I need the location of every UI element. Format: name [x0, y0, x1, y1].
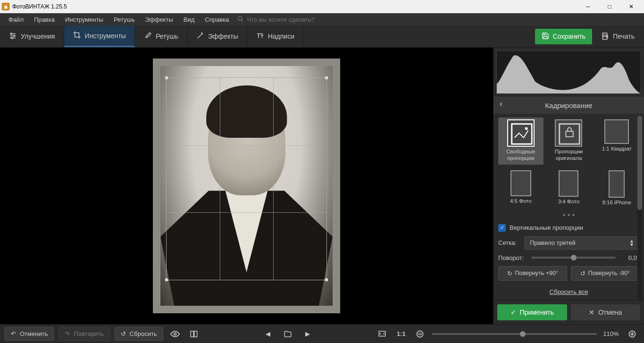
sliders-icon [8, 32, 17, 42]
svg-rect-14 [191, 331, 193, 337]
grid-label: Сетка: [498, 239, 521, 246]
maximize-button[interactable]: □ [599, 0, 620, 13]
tab-tools[interactable]: Инструменты [64, 25, 135, 47]
apply-label: Применить [520, 309, 554, 316]
undo-label: Отменить [20, 330, 48, 337]
tab-retouch[interactable]: Ретушь [135, 25, 187, 47]
rotate-plus90-button[interactable]: ↻ Повернуть +90° [498, 266, 567, 281]
tab-text-label: Надписи [268, 33, 294, 40]
panel-title: Кадрирование [545, 101, 592, 109]
preset-free-label: Свободные пропорции [499, 149, 543, 162]
vertical-proportions-label: Вертикальные пропорции [510, 224, 583, 231]
preset-1-1[interactable]: 1:1 Квадрат [594, 117, 639, 165]
rotate-cw-icon: ↻ [507, 270, 512, 277]
open-folder-button[interactable] [281, 327, 295, 341]
preset-4-5[interactable]: 4:5 Фото [498, 168, 544, 208]
redo-button[interactable]: ↷ Повторить [59, 327, 109, 341]
preset-9-16[interactable]: 9:16 iPhone [594, 168, 639, 208]
chevron-updown-icon: ▲▼ [629, 239, 634, 247]
search-input[interactable] [247, 16, 341, 23]
menu-file[interactable]: Файл [4, 15, 28, 24]
preset-3-4-thumb [559, 170, 578, 197]
save-icon [542, 32, 549, 41]
print-button[interactable]: Печать [597, 28, 638, 45]
wand-icon [196, 32, 204, 42]
menu-retouch[interactable]: Ретушь [109, 15, 140, 24]
preset-free[interactable]: Свободные пропорции [498, 117, 544, 165]
preset-3-4[interactable]: 3:4 Фото [546, 168, 592, 208]
grid-select[interactable]: Правило третей ▲▼ [525, 236, 639, 250]
window-title: ФотоВИНТАЖ 1.25.5 [12, 3, 577, 10]
tab-effects[interactable]: Эффекты [187, 25, 247, 47]
menu-view[interactable]: Вид [179, 15, 200, 24]
preset-1-1-label: 1:1 Квадрат [602, 146, 632, 152]
check-icon: ✓ [510, 309, 516, 316]
one-to-one-button[interactable]: 1:1 [394, 327, 408, 341]
canvas-area[interactable] [0, 48, 493, 324]
reset-label: Сбросить [130, 330, 157, 337]
cancel-label: Отмена [598, 309, 622, 316]
search-icon [237, 16, 244, 24]
save-button[interactable]: Сохранить [535, 29, 593, 44]
eye-show-original-button[interactable] [168, 327, 182, 341]
grid-select-value: Правило третей [530, 239, 576, 246]
svg-rect-9 [512, 124, 532, 144]
preset-free-thumb [507, 119, 535, 147]
reset-icon: ↺ [121, 330, 126, 337]
vertical-proportions-checkbox[interactable]: ✓ [498, 224, 506, 232]
undo-button[interactable]: ↶ Отменить [5, 327, 54, 341]
app-icon: ◉ [2, 3, 9, 10]
apply-button[interactable]: ✓ Применить [497, 304, 567, 320]
rotate-ccw-icon: ↺ [580, 270, 585, 277]
close-button[interactable]: ✕ [620, 0, 642, 13]
preset-original[interactable]: Пропорции оригинала [546, 117, 592, 165]
zoom-slider[interactable] [432, 333, 597, 335]
photo-frame [153, 59, 340, 313]
tab-effects-label: Эффекты [208, 33, 238, 40]
svg-point-13 [174, 333, 176, 335]
tab-text[interactable]: Надписи [247, 25, 303, 47]
tab-retouch-label: Ретушь [156, 33, 178, 40]
histogram [496, 50, 641, 94]
prev-image-button[interactable]: ◀ [261, 327, 275, 341]
reset-button[interactable]: ↺ Сбросить [115, 327, 163, 341]
menu-tools[interactable]: Инструменты [60, 15, 108, 24]
one-to-one-label: 1:1 [397, 330, 406, 337]
preset-original-label: Пропорции оригинала [547, 149, 591, 162]
x-icon: ✕ [589, 309, 594, 316]
fit-screen-button[interactable] [375, 327, 389, 341]
rotate-minus90-label: Повернуть -90° [588, 270, 630, 276]
next-image-button[interactable]: ▶ [301, 327, 315, 341]
preset-4-5-label: 4:5 Фото [510, 198, 532, 205]
rotate-value: 0,0° [620, 254, 639, 261]
text-icon [256, 32, 264, 42]
reset-all-link[interactable]: Сбросить все [550, 288, 588, 295]
undo-icon: ↶ [11, 330, 16, 337]
sidepanel-scrollbar[interactable] [637, 115, 642, 299]
tab-enhance[interactable]: Улучшения [0, 25, 64, 47]
svg-point-6 [14, 35, 15, 36]
cancel-button[interactable]: ✕ Отмена [571, 304, 641, 320]
svg-rect-12 [566, 131, 573, 137]
brush-icon [143, 32, 152, 42]
rotate-minus90-button[interactable]: ↺ Повернуть -90° [571, 266, 640, 281]
svg-rect-8 [603, 36, 607, 39]
menu-effects[interactable]: Эффекты [141, 15, 178, 24]
minimize-button[interactable]: ─ [577, 0, 599, 13]
rotate-label: Поворот: [498, 254, 527, 261]
save-button-label: Сохранить [553, 33, 586, 40]
zoom-in-button[interactable] [625, 327, 639, 341]
tab-enhance-label: Улучшения [21, 33, 55, 40]
svg-point-10 [525, 127, 528, 130]
menu-help[interactable]: Справка [200, 15, 234, 24]
svg-point-5 [11, 33, 12, 34]
menu-edit[interactable]: Правка [29, 15, 59, 24]
zoom-out-button[interactable] [413, 327, 427, 341]
preset-9-16-label: 9:16 iPhone [602, 200, 631, 206]
rotate-slider[interactable] [531, 257, 616, 259]
panel-back-button[interactable] [498, 101, 504, 109]
svg-rect-15 [194, 331, 197, 337]
rotate-plus90-label: Повернуть +90° [515, 270, 558, 276]
compare-button[interactable] [187, 327, 201, 341]
print-icon [601, 32, 609, 42]
